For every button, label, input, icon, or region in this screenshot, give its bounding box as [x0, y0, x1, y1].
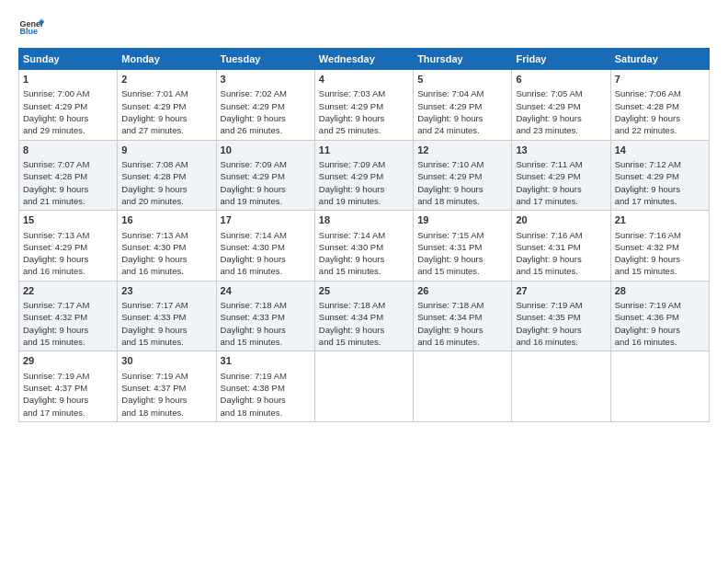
day-info-line: Sunrise: 7:13 AM: [121, 229, 211, 241]
day-info-line: Sunrise: 7:19 AM: [615, 299, 705, 311]
day-info-line: and 15 minutes.: [417, 265, 507, 277]
day-info-line: Sunset: 4:35 PM: [516, 311, 606, 323]
calendar-cell: 13Sunrise: 7:11 AMSunset: 4:29 PMDayligh…: [512, 140, 610, 211]
day-number: 27: [516, 284, 606, 298]
day-info-line: and 21 minutes.: [23, 195, 113, 207]
day-info-line: Sunset: 4:29 PM: [516, 100, 606, 112]
day-info-line: and 23 minutes.: [516, 124, 606, 136]
calendar-cell: 21Sunrise: 7:16 AMSunset: 4:32 PMDayligh…: [610, 211, 709, 282]
day-info-line: Daylight: 9 hours: [615, 324, 705, 336]
day-number: 3: [221, 73, 311, 86]
day-info-line: Sunrise: 7:09 AM: [319, 158, 409, 170]
day-info-line: Daylight: 9 hours: [319, 253, 409, 265]
day-info-line: Sunrise: 7:08 AM: [121, 158, 211, 170]
day-info-line: Sunset: 4:34 PM: [417, 311, 507, 323]
day-number: 31: [221, 354, 311, 368]
day-info-line: and 16 minutes.: [121, 265, 211, 277]
calendar-cell: 7Sunrise: 7:06 AMSunset: 4:28 PMDaylight…: [610, 70, 709, 141]
day-info-line: Daylight: 9 hours: [23, 183, 113, 195]
day-info-line: Daylight: 9 hours: [615, 253, 705, 265]
day-info-line: Sunrise: 7:11 AM: [516, 158, 606, 170]
day-info-line: Sunrise: 7:14 AM: [221, 229, 311, 241]
day-number: 10: [221, 144, 311, 157]
day-info-line: Daylight: 9 hours: [516, 112, 606, 124]
day-info-line: and 24 minutes.: [417, 124, 507, 136]
day-info-line: Sunset: 4:31 PM: [516, 241, 606, 253]
day-info-line: Daylight: 9 hours: [23, 394, 113, 406]
day-number: 11: [319, 144, 409, 157]
calendar-header-wednesday: Wednesday: [314, 49, 413, 70]
day-number: 1: [23, 73, 113, 86]
calendar-header-thursday: Thursday: [414, 49, 512, 70]
calendar-cell: 24Sunrise: 7:18 AMSunset: 4:33 PMDayligh…: [216, 281, 314, 351]
day-info-line: Daylight: 9 hours: [121, 324, 211, 336]
day-number: 4: [319, 73, 409, 86]
calendar-cell: 14Sunrise: 7:12 AMSunset: 4:29 PMDayligh…: [610, 140, 709, 211]
day-info-line: Sunrise: 7:18 AM: [319, 299, 409, 311]
day-info-line: and 16 minutes.: [516, 336, 606, 348]
day-number: 24: [221, 284, 311, 298]
calendar-header-sunday: Sunday: [19, 49, 118, 70]
day-info-line: Daylight: 9 hours: [516, 253, 606, 265]
day-info-line: Sunset: 4:29 PM: [516, 170, 606, 182]
day-info-line: Sunrise: 7:16 AM: [516, 229, 606, 241]
day-info-line: Sunrise: 7:16 AM: [615, 229, 705, 241]
day-info-line: Daylight: 9 hours: [221, 253, 311, 265]
calendar-cell: 1Sunrise: 7:00 AMSunset: 4:29 PMDaylight…: [19, 70, 118, 141]
day-info-line: Daylight: 9 hours: [417, 253, 507, 265]
day-info-line: Sunset: 4:30 PM: [121, 241, 211, 253]
svg-text:Blue: Blue: [19, 27, 38, 36]
day-info-line: and 20 minutes.: [121, 195, 211, 207]
day-info-line: Daylight: 9 hours: [516, 183, 606, 195]
day-info-line: and 15 minutes.: [221, 336, 311, 348]
day-info-line: Sunrise: 7:18 AM: [221, 299, 311, 311]
day-info-line: and 16 minutes.: [615, 336, 705, 348]
calendar-cell: 6Sunrise: 7:05 AMSunset: 4:29 PMDaylight…: [512, 70, 610, 141]
day-info-line: and 15 minutes.: [23, 336, 113, 348]
day-info-line: Daylight: 9 hours: [417, 183, 507, 195]
day-info-line: Sunset: 4:29 PM: [319, 170, 409, 182]
calendar-cell: 4Sunrise: 7:03 AMSunset: 4:29 PMDaylight…: [314, 70, 413, 141]
day-info-line: Daylight: 9 hours: [121, 253, 211, 265]
day-info-line: Sunrise: 7:14 AM: [319, 229, 409, 241]
day-info-line: Sunset: 4:28 PM: [23, 170, 113, 182]
day-info-line: Sunrise: 7:19 AM: [221, 370, 311, 382]
day-info-line: Daylight: 9 hours: [417, 324, 507, 336]
day-info-line: and 19 minutes.: [319, 195, 409, 207]
day-info-line: Daylight: 9 hours: [121, 112, 211, 124]
day-number: 29: [23, 354, 113, 368]
day-info-line: Sunset: 4:37 PM: [121, 382, 211, 394]
day-info-line: Sunrise: 7:02 AM: [221, 87, 311, 99]
calendar-cell: 26Sunrise: 7:18 AMSunset: 4:34 PMDayligh…: [414, 281, 512, 351]
day-info-line: Sunrise: 7:04 AM: [417, 87, 507, 99]
day-info-line: and 16 minutes.: [417, 336, 507, 348]
day-info-line: Sunset: 4:29 PM: [221, 170, 311, 182]
day-info-line: Sunset: 4:28 PM: [615, 100, 705, 112]
calendar-header-saturday: Saturday: [610, 49, 709, 70]
day-info-line: Sunset: 4:33 PM: [121, 311, 211, 323]
day-info-line: Sunset: 4:29 PM: [121, 100, 211, 112]
day-info-line: Daylight: 9 hours: [615, 183, 705, 195]
calendar-cell: [610, 351, 709, 422]
calendar-cell: [414, 351, 512, 422]
day-number: 8: [23, 144, 113, 157]
calendar-cell: 11Sunrise: 7:09 AMSunset: 4:29 PMDayligh…: [314, 140, 413, 211]
day-info-line: Sunrise: 7:18 AM: [417, 299, 507, 311]
calendar-header-monday: Monday: [118, 49, 216, 70]
day-number: 22: [23, 284, 113, 298]
day-number: 23: [121, 284, 211, 298]
day-info-line: Sunrise: 7:17 AM: [23, 299, 113, 311]
day-info-line: and 16 minutes.: [23, 265, 113, 277]
calendar-cell: [512, 351, 610, 422]
day-info-line: Sunset: 4:33 PM: [221, 311, 311, 323]
calendar-cell: 3Sunrise: 7:02 AMSunset: 4:29 PMDaylight…: [216, 70, 314, 141]
day-info-line: Sunset: 4:29 PM: [319, 100, 409, 112]
day-info-line: Sunrise: 7:00 AM: [23, 87, 113, 99]
calendar-cell: 16Sunrise: 7:13 AMSunset: 4:30 PMDayligh…: [118, 211, 216, 282]
day-info-line: Daylight: 9 hours: [319, 112, 409, 124]
day-info-line: Sunset: 4:32 PM: [23, 311, 113, 323]
day-info-line: and 15 minutes.: [121, 336, 211, 348]
day-info-line: Sunrise: 7:19 AM: [516, 299, 606, 311]
calendar-cell: 18Sunrise: 7:14 AMSunset: 4:30 PMDayligh…: [314, 211, 413, 282]
day-info-line: Sunset: 4:37 PM: [23, 382, 113, 394]
